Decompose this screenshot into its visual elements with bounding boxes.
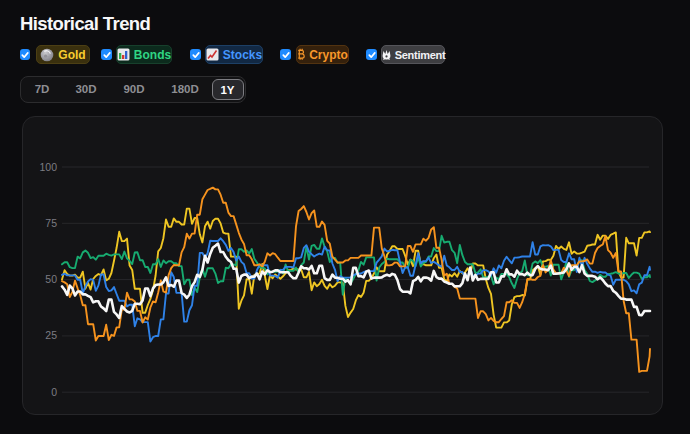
svg-text:100: 100 — [39, 161, 57, 173]
svg-text:25: 25 — [45, 329, 57, 341]
svg-text:50: 50 — [45, 273, 57, 285]
svg-text:75: 75 — [45, 217, 57, 229]
svg-text:0: 0 — [51, 386, 57, 398]
